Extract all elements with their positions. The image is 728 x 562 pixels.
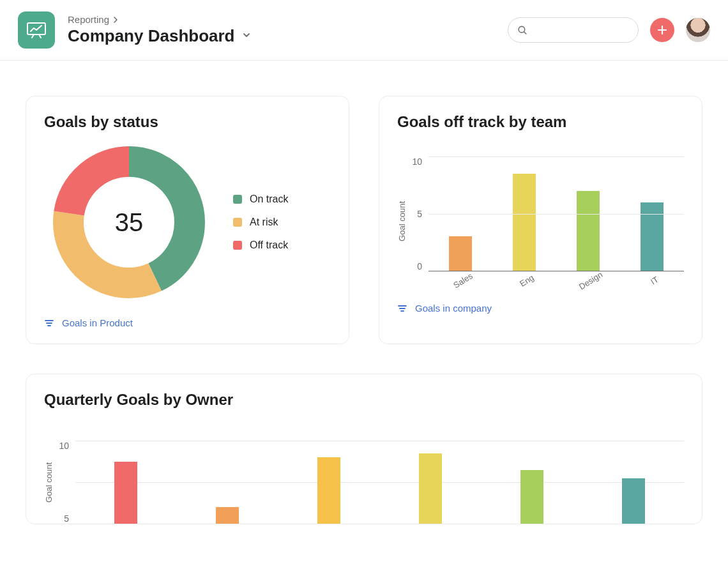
app-icon [18,11,55,49]
y-tick: 5 [57,513,69,524]
page-title-row: Company Dashboard [68,26,252,46]
card-goals-by-status: Goals by status 35 On track [26,96,349,344]
bar-owner-1 [114,462,137,524]
filter-label: Goals in company [415,303,492,314]
chevron-right-icon [112,16,119,24]
donut-chart: 35 [50,144,208,301]
dashboard-content: Goals by status 35 On track [0,61,728,524]
plus-icon [656,24,668,36]
bar-owner-6 [622,478,645,524]
swatch-icon [233,218,242,227]
bar-owner-2 [216,507,239,524]
y-axis-label: Goal count [397,201,407,241]
bar-owner-3 [317,457,340,524]
legend-item-off-track: Off track [233,239,288,251]
swatch-icon [233,241,242,250]
card-title: Goals by status [44,113,331,131]
card-title: Quarterly Goals by Owner [44,391,684,409]
presentation-icon [26,22,47,38]
chevron-down-icon [241,30,252,40]
title-dropdown[interactable] [241,30,252,43]
donut-center-value: 35 [50,144,208,301]
y-axis-label: Goal count [44,462,54,503]
app-header: Reporting Company Dashboard [0,0,728,61]
x-labels: Sales Eng Design IT [428,277,684,286]
plot-area: Sales Eng Design IT [428,156,684,286]
bar-design [577,191,600,271]
card-title: Goals off track by team [397,113,684,131]
y-tick: 0 [411,261,422,271]
filter-label: Goals in Product [62,317,133,328]
owner-chart: Goal count 10 5 [44,422,684,524]
bar-chart: Goal count 10 5 0 Sa [397,144,684,286]
legend-label: On track [250,194,288,205]
legend-label: At risk [250,216,278,228]
card-quarterly-goals-by-owner: Quarterly Goals by Owner Goal count 10 5 [26,374,702,524]
bar-it [641,202,664,271]
legend-item-at-risk: At risk [233,216,288,228]
y-ticks: 10 5 0 [411,156,428,271]
breadcrumb[interactable]: Reporting [68,14,252,25]
avatar[interactable] [686,18,710,42]
bars [75,441,684,524]
bars [428,156,684,271]
y-ticks: 10 5 [57,441,75,524]
svg-line-4 [524,32,526,34]
search-box[interactable] [508,17,639,43]
card-filter[interactable]: Goals in company [397,303,684,314]
bar-eng [513,174,536,271]
title-block: Reporting Company Dashboard [68,14,252,46]
filter-icon [44,318,54,328]
legend-label: Off track [250,239,288,251]
legend-item-on-track: On track [233,194,288,205]
plot-area [75,441,684,524]
add-button[interactable] [650,18,674,42]
card-goals-off-track-by-team: Goals off track by team Goal count 10 5 … [379,96,702,344]
search-icon [517,24,527,36]
bar-owner-5 [520,470,543,524]
y-tick: 10 [57,441,69,451]
card-filter[interactable]: Goals in Product [44,317,331,328]
filter-icon [397,303,407,314]
breadcrumb-label: Reporting [68,14,109,25]
y-tick: 5 [411,209,422,219]
donut-wrap: 35 On track At risk Off track [44,144,331,301]
legend: On track At risk Off track [233,194,288,251]
swatch-icon [233,195,242,204]
y-tick: 10 [411,156,422,167]
card-row: Goals by status 35 On track [26,96,702,344]
search-input[interactable] [533,25,629,36]
page-title: Company Dashboard [68,26,235,46]
bar-sales [449,236,472,271]
svg-rect-0 [27,23,45,34]
bar-owner-4 [419,453,442,524]
